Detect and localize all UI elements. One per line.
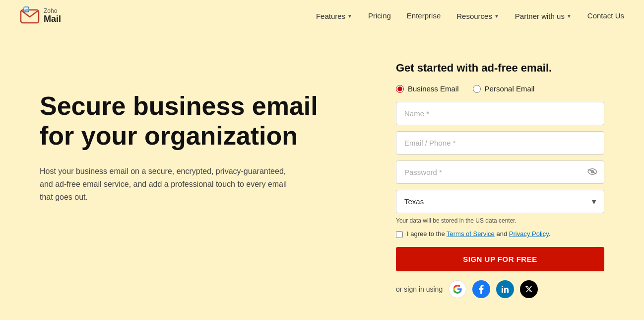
- business-email-radio-label[interactable]: Business Email: [396, 84, 459, 93]
- hero-title: Secure business email for your organizat…: [40, 91, 356, 151]
- svg-text:@: @: [24, 8, 28, 12]
- main-content: Secure business email for your organizat…: [0, 32, 644, 318]
- personal-email-radio[interactable]: [473, 85, 481, 93]
- nav-item-pricing[interactable]: Pricing: [368, 11, 391, 20]
- business-email-radio[interactable]: [396, 85, 404, 93]
- svg-point-6: [502, 286, 503, 287]
- partner-link[interactable]: Partner with us ▼: [515, 12, 572, 20]
- nav-item-contact[interactable]: Contact Us: [587, 11, 624, 20]
- linkedin-signin-button[interactable]: [496, 280, 514, 298]
- terms-row: I agree to the Terms of Service and Priv…: [396, 230, 604, 238]
- logo-text: Zoho Mail: [44, 8, 61, 24]
- enterprise-link[interactable]: Enterprise: [407, 11, 441, 20]
- personal-email-label: Personal Email: [485, 84, 535, 93]
- google-signin-button[interactable]: [449, 280, 466, 298]
- data-center-note: Your data will be stored in the US data …: [396, 217, 604, 224]
- hero-subtitle: Host your business email on a secure, en…: [40, 165, 298, 204]
- email-phone-input[interactable]: [396, 131, 604, 155]
- chevron-down-icon: ▼: [567, 13, 572, 19]
- pricing-link[interactable]: Pricing: [368, 11, 391, 20]
- personal-email-radio-label[interactable]: Personal Email: [473, 84, 535, 93]
- region-select-wrapper: Texas California New York ▼: [396, 190, 604, 213]
- business-email-label: Business Email: [408, 84, 459, 93]
- logo-zoho: Zoho: [44, 8, 61, 14]
- name-input[interactable]: [396, 102, 604, 125]
- email-type-radio-group: Business Email Personal Email: [396, 84, 604, 93]
- svg-rect-5: [502, 288, 503, 293]
- password-wrapper: [396, 160, 604, 184]
- terms-of-service-link[interactable]: Terms of Service: [447, 230, 495, 238]
- region-select[interactable]: Texas California New York: [396, 190, 604, 213]
- logo-mail: Mail: [44, 14, 61, 24]
- terms-checkbox[interactable]: [396, 231, 403, 238]
- eye-toggle-icon[interactable]: [587, 167, 597, 177]
- nav-item-features[interactable]: Features ▼: [316, 12, 352, 20]
- nav-item-enterprise[interactable]: Enterprise: [407, 11, 441, 20]
- navbar: @ Zoho Mail Features ▼ Pricing Enterpris…: [0, 0, 644, 32]
- contact-link[interactable]: Contact Us: [587, 11, 624, 20]
- chevron-down-icon: ▼: [347, 13, 352, 19]
- password-input[interactable]: [396, 160, 604, 184]
- zoho-mail-logo-icon: @: [20, 6, 40, 26]
- signup-form-panel: Get started with ad-free email. Business…: [396, 62, 604, 298]
- x-twitter-signin-button[interactable]: [520, 280, 538, 298]
- social-label: or sign in using: [396, 285, 443, 293]
- privacy-policy-link[interactable]: Privacy Policy: [509, 230, 549, 238]
- features-link[interactable]: Features ▼: [316, 12, 352, 20]
- hero-section: Secure business email for your organizat…: [40, 62, 356, 204]
- signup-button[interactable]: SIGN UP FOR FREE: [396, 247, 604, 271]
- logo-area[interactable]: @ Zoho Mail: [20, 6, 61, 26]
- terms-text: I agree to the Terms of Service and Priv…: [407, 230, 550, 238]
- nav-item-resources[interactable]: Resources ▼: [456, 12, 499, 20]
- chevron-down-icon: ▼: [494, 13, 499, 19]
- nav-links: Features ▼ Pricing Enterprise Resources …: [316, 11, 624, 20]
- resources-link[interactable]: Resources ▼: [456, 12, 499, 20]
- form-heading: Get started with ad-free email.: [396, 62, 604, 75]
- nav-item-partner[interactable]: Partner with us ▼: [515, 12, 572, 20]
- social-signin-section: or sign in using: [396, 280, 604, 298]
- facebook-signin-button[interactable]: [472, 280, 490, 298]
